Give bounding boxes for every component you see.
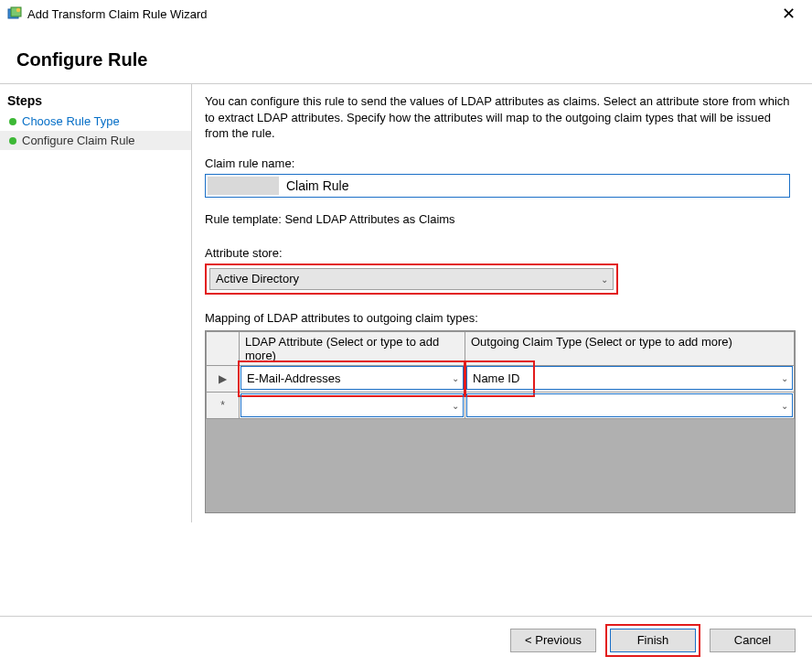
input-redaction <box>208 177 279 195</box>
sidebar-item-label: Configure Claim Rule <box>22 134 135 147</box>
footer: < Previous Finish Cancel <box>0 616 812 663</box>
table-row: ▶ E-Mail-Addresses ⌄ <box>207 365 795 392</box>
outgoing-claim-value: Name ID <box>473 371 519 385</box>
outgoing-claim-cell[interactable]: ⌄ <box>465 392 795 418</box>
close-icon[interactable]: ✕ <box>773 5 805 22</box>
mapping-table-wrap: LDAP Attribute (Select or type to add mo… <box>205 330 796 513</box>
bullet-icon <box>9 137 16 145</box>
ldap-attribute-cell[interactable]: ⌄ <box>240 392 465 418</box>
claim-rule-name-input-wrap <box>205 174 790 198</box>
finish-button[interactable]: Finish <box>610 629 696 652</box>
chevron-down-icon: ⌄ <box>452 373 459 383</box>
mapping-table: LDAP Attribute (Select or type to add mo… <box>206 331 795 419</box>
chevron-down-icon: ⌄ <box>452 400 459 410</box>
sidebar-title: Steps <box>0 90 191 112</box>
finish-highlight: Finish <box>605 624 700 657</box>
cancel-button[interactable]: Cancel <box>710 629 796 652</box>
content: Steps Choose Rule Type Configure Claim R… <box>0 83 812 522</box>
ldap-column-header: LDAP Attribute (Select or type to add mo… <box>240 331 465 365</box>
description-text: You can configure this rule to send the … <box>205 93 796 142</box>
sidebar-item-configure-claim-rule[interactable]: Configure Claim Rule <box>0 131 191 150</box>
chevron-down-icon: ⌄ <box>781 400 788 410</box>
previous-button[interactable]: < Previous <box>510 629 596 652</box>
table-row: * ⌄ ⌄ <box>207 392 795 418</box>
page-heading: Configure Rule <box>0 27 812 83</box>
claim-rule-name-label: Claim rule name: <box>205 156 796 170</box>
claim-rule-name-input[interactable] <box>205 174 790 198</box>
sidebar: Steps Choose Rule Type Configure Claim R… <box>0 84 191 522</box>
titlebar: Add Transform Claim Rule Wizard ✕ <box>0 0 812 27</box>
mapping-label: Mapping of LDAP attributes to outgoing c… <box>205 311 796 325</box>
claim-column-header: Outgoing Claim Type (Select or type to a… <box>465 331 795 365</box>
chevron-down-icon: ⌄ <box>781 373 788 383</box>
attribute-store-select[interactable]: Active Directory <box>209 268 614 290</box>
table-corner <box>207 331 240 365</box>
ldap-attribute-cell[interactable]: E-Mail-Addresses ⌄ <box>240 365 465 392</box>
wizard-icon <box>7 6 22 21</box>
bullet-icon <box>9 118 16 125</box>
svg-point-2 <box>16 8 20 12</box>
row-marker: * <box>207 392 240 418</box>
sidebar-item-label[interactable]: Choose Rule Type <box>22 114 120 128</box>
outgoing-claim-cell[interactable]: Name ID ⌄ <box>465 365 795 392</box>
rule-template-label: Rule template: Send LDAP Attributes as C… <box>205 212 796 226</box>
row-marker: ▶ <box>207 365 240 392</box>
attribute-store-label: Attribute store: <box>205 246 796 260</box>
window-title: Add Transform Claim Rule Wizard <box>27 7 773 21</box>
ldap-attribute-value: E-Mail-Addresses <box>247 371 341 385</box>
sidebar-item-choose-rule-type[interactable]: Choose Rule Type <box>0 112 191 131</box>
table-header-row: LDAP Attribute (Select or type to add mo… <box>207 331 795 365</box>
main-panel: You can configure this rule to send the … <box>191 84 812 522</box>
attribute-store-highlight: Active Directory ⌄ <box>205 264 618 295</box>
